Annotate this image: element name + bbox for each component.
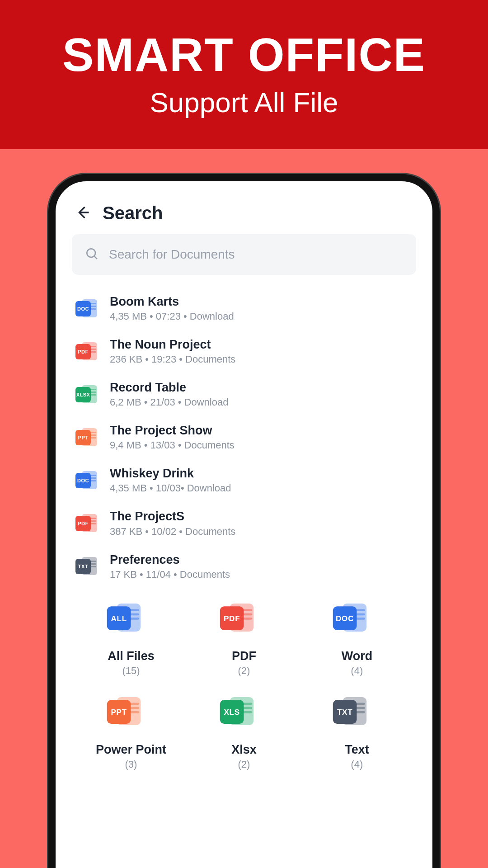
category-label: Xlsx [231,743,257,757]
file-list: DOC Boom Karts 4,35 MB • 07:23 • Downloa… [66,275,422,592]
category-pdf[interactable]: PDF PDF (2) [192,609,296,677]
file-meta: 9,4 MB • 13/03 • Documents [110,439,235,451]
banner-subtitle: Support All File [150,86,338,118]
category-count: (4) [351,665,363,677]
category-count: (2) [238,759,250,770]
file-meta: 236 KB • 19:23 • Documents [110,354,235,365]
file-row[interactable]: PDF The Noun Project 236 KB • 19:23 • Do… [75,330,413,373]
doc-file-icon: DOC [75,297,98,320]
xlsx-file-icon: XLSX [75,382,98,406]
banner-title: SMART OFFICE [62,31,426,78]
file-meta: 387 KB • 10/02 • Documents [110,526,235,538]
file-row[interactable]: DOC Boom Karts 4,35 MB • 07:23 • Downloa… [75,287,413,330]
category-grid: ALL All Files (15) PDF PDF (2) DOC Word … [66,592,422,770]
file-meta: 4,35 MB • 07:23 • Download [110,311,234,322]
category-count: (15) [122,665,140,677]
category-doc[interactable]: DOC Word (4) [305,609,409,677]
promo-banner: SMART OFFICE Support All File [0,0,488,149]
phone-frame: Search DOC Boom Karts 4,35 MB • 07:23 • … [48,174,440,868]
category-label: Word [342,649,373,663]
ppt-category-icon: PPT [113,702,149,734]
file-row[interactable]: XLSX Record Table 6,2 MB • 21/03 • Downl… [75,373,413,415]
lower-panel: Search DOC Boom Karts 4,35 MB • 07:23 • … [0,149,488,868]
file-row[interactable]: DOC Whiskey Drink 4,35 MB • 10/03• Downl… [75,458,413,501]
ppt-file-icon: PPT [75,425,98,449]
app-header: Search [66,198,422,234]
xlsx-category-icon: XLS [226,702,262,734]
pdf-file-icon: PDF [75,340,98,363]
file-meta: 4,35 MB • 10/03• Download [110,482,231,494]
doc-category-icon: DOC [339,609,375,640]
search-input[interactable] [109,247,404,262]
category-count: (2) [238,665,250,677]
file-name: Whiskey Drink [110,466,231,481]
file-name: Boom Karts [110,294,234,310]
file-name: Preferences [110,552,230,568]
file-row[interactable]: TXT Preferences 17 KB • 11/04 • Document… [75,545,413,588]
file-name: The Noun Project [110,337,235,353]
file-meta: 6,2 MB • 21/03 • Download [110,396,228,408]
file-meta: 17 KB • 11/04 • Documents [110,569,230,580]
category-count: (4) [351,759,363,770]
category-xlsx[interactable]: XLS Xlsx (2) [192,702,296,770]
category-ppt[interactable]: PPT Power Point (3) [79,702,183,770]
file-name: The Project Show [110,423,235,439]
txt-category-icon: TXT [339,702,375,734]
category-label: PDF [232,649,256,663]
pdf-category-icon: PDF [226,609,262,640]
category-label: All Files [108,649,155,663]
category-all[interactable]: ALL All Files (15) [79,609,183,677]
file-row[interactable]: PDF The ProjectS 387 KB • 10/02 • Docume… [75,501,413,544]
doc-file-icon: DOC [75,468,98,492]
page-title: Search [103,203,163,223]
file-name: The ProjectS [110,509,235,524]
pdf-file-icon: PDF [75,511,98,535]
search-box[interactable] [72,234,416,275]
svg-point-0 [87,249,95,257]
category-label: Power Point [96,743,166,757]
back-arrow-icon[interactable] [75,204,91,222]
category-label: Text [345,743,369,757]
search-icon [84,246,99,263]
category-txt[interactable]: TXT Text (4) [305,702,409,770]
category-count: (3) [125,759,137,770]
file-name: Record Table [110,380,228,396]
txt-file-icon: TXT [75,554,98,578]
file-row[interactable]: PPT The Project Show 9,4 MB • 13/03 • Do… [75,415,413,458]
all-category-icon: ALL [113,609,149,640]
